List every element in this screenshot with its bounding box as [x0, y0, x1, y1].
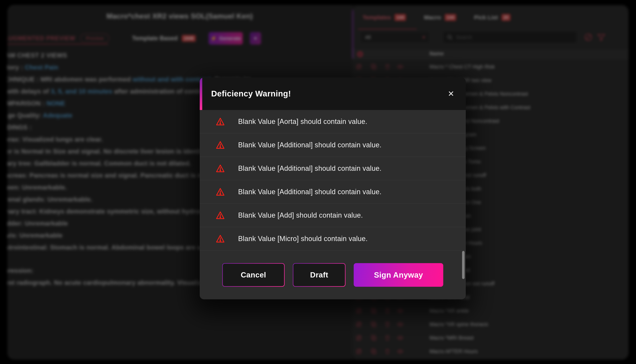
warning-icon	[216, 234, 225, 244]
warning-icon	[216, 187, 225, 196]
close-icon[interactable]: ✕	[446, 89, 456, 98]
warning-list: Blank Value [Aorta] should contain value…	[200, 110, 466, 250]
warning-icon	[216, 211, 225, 220]
dialog-title: Deficiency Warning!	[211, 78, 291, 110]
deficiency-warning-dialog: Deficiency Warning! ✕ Blank Value [Aorta…	[200, 78, 466, 299]
warning-icon	[216, 117, 225, 126]
draft-button[interactable]: Draft	[293, 263, 346, 287]
warning-text: Blank Value [Additional] should contain …	[238, 141, 382, 149]
sign-anyway-button-label: Sign Anyway	[374, 271, 423, 280]
warning-item: Blank Value [Additional] should contain …	[200, 157, 466, 180]
cancel-button[interactable]: Cancel	[222, 263, 285, 287]
cancel-button-label: Cancel	[223, 264, 284, 286]
warning-text: Blank Value [Micro] should contain value…	[238, 235, 368, 243]
dialog-body: Blank Value [Aorta] should contain value…	[200, 110, 466, 299]
warning-item: Blank Value [Micro] should contain value…	[200, 227, 466, 250]
warning-item: Blank Value [Aorta] should contain value…	[200, 110, 466, 134]
warning-text: Blank Value [Add] should contain value.	[238, 211, 363, 219]
warning-text: Blank Value [Additional] should contain …	[238, 188, 382, 196]
sign-anyway-button[interactable]: Sign Anyway	[354, 263, 443, 287]
warning-text: Blank Value [Aorta] should contain value…	[238, 118, 367, 126]
warning-text: Blank Value [Additional] should contain …	[238, 164, 382, 172]
screen: Macro*chest XR2 views SOL(Samuel Ken) AU…	[0, 0, 636, 364]
warning-icon	[216, 164, 225, 173]
warning-icon	[216, 140, 225, 150]
draft-button-label: Draft	[293, 264, 345, 286]
warning-item: Blank Value [Additional] should contain …	[200, 134, 466, 157]
warning-item: Blank Value [Additional] should contain …	[200, 180, 466, 204]
dialog-footer: Cancel Draft Sign Anyway	[200, 250, 466, 299]
dialog-accent-bar	[200, 78, 202, 110]
warning-item: Blank Value [Add] should contain value.	[200, 204, 466, 227]
dialog-header: Deficiency Warning! ✕	[200, 78, 466, 110]
